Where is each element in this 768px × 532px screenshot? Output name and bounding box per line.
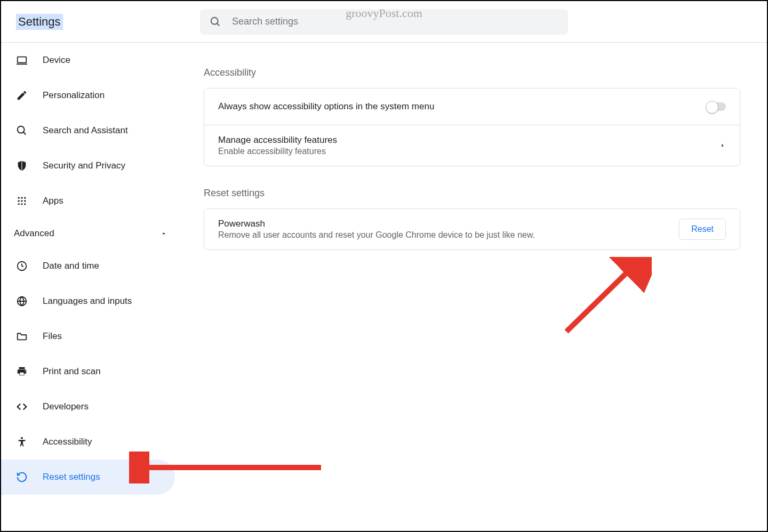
svg-point-12: [18, 203, 20, 205]
sidebar-item-search-assistant[interactable]: Search and Assistant: [1, 113, 182, 148]
row-sublabel: Remove all user accounts and reset your …: [218, 230, 668, 240]
svg-point-9: [18, 200, 20, 201]
sidebar-item-reset-settings[interactable]: Reset settings: [1, 460, 175, 495]
search-icon: [16, 125, 28, 136]
svg-line-1: [217, 23, 220, 26]
section-title-accessibility: Accessibility: [204, 67, 740, 78]
row-label: Always show accessibility options in the…: [218, 101, 707, 112]
row-sublabel: Enable accessibility features: [218, 147, 719, 156]
main-content: Accessibility Always show accessibility …: [182, 43, 767, 531]
sidebar-item-date-time[interactable]: Date and time: [1, 248, 182, 284]
svg-point-8: [24, 197, 26, 199]
header: Settings groovyPost.com: [1, 1, 767, 43]
reset-icon: [16, 471, 28, 483]
sidebar-item-label: Reset settings: [43, 472, 100, 482]
apps-icon: [16, 195, 28, 207]
section-title-reset: Reset settings: [204, 188, 740, 199]
manage-accessibility-row[interactable]: Manage accessibility features Enable acc…: [204, 125, 740, 166]
sidebar-item-device[interactable]: Device: [1, 43, 182, 78]
toggle-switch[interactable]: [707, 102, 726, 111]
svg-point-11: [24, 200, 26, 201]
sidebar-item-label: Device: [43, 55, 70, 66]
svg-point-6: [18, 197, 20, 199]
powerwash-row: Powerwash Remove all user accounts and r…: [204, 209, 740, 249]
sidebar-item-files[interactable]: Files: [1, 319, 182, 354]
sidebar-item-personalization[interactable]: Personalization: [1, 78, 182, 113]
sidebar-item-label: Files: [43, 331, 62, 342]
sidebar-item-label: Security and Privacy: [43, 160, 125, 171]
folder-icon: [16, 331, 28, 342]
sidebar-item-developers[interactable]: Developers: [1, 389, 182, 424]
printer-icon: [16, 366, 28, 377]
sidebar-item-security-privacy[interactable]: Security and Privacy: [1, 148, 182, 183]
svg-point-10: [21, 200, 22, 201]
sidebar-item-label: Accessibility: [43, 437, 92, 447]
code-icon: [16, 401, 28, 413]
search-input[interactable]: [232, 16, 558, 27]
svg-point-17: [21, 437, 23, 439]
reset-card: Powerwash Remove all user accounts and r…: [204, 208, 740, 250]
sidebar-item-languages[interactable]: Languages and inputs: [1, 284, 182, 319]
row-label: Manage accessibility features: [218, 135, 719, 146]
svg-point-13: [21, 203, 22, 205]
reset-button[interactable]: Reset: [679, 219, 726, 240]
sidebar-item-label: Print and scan: [43, 366, 101, 377]
accessibility-card: Always show accessibility options in the…: [204, 88, 740, 166]
svg-point-7: [21, 197, 22, 199]
sidebar-item-apps[interactable]: Apps: [1, 183, 182, 219]
svg-rect-2: [18, 57, 27, 63]
sidebar-item-label: Personalization: [43, 90, 105, 101]
advanced-label: Advanced: [14, 228, 54, 239]
sidebar-item-print-scan[interactable]: Print and scan: [1, 354, 182, 389]
laptop-icon: [16, 54, 28, 66]
search-icon: [210, 16, 221, 28]
search-box[interactable]: [200, 9, 568, 35]
svg-line-5: [23, 132, 26, 135]
page-title: Settings: [16, 14, 63, 30]
shield-icon: [16, 160, 28, 172]
sidebar-item-label: Apps: [43, 196, 63, 206]
sidebar-item-label: Developers: [43, 401, 89, 412]
advanced-toggle[interactable]: Advanced: [1, 219, 182, 248]
svg-point-4: [18, 126, 25, 133]
sidebar-item-accessibility[interactable]: Accessibility: [1, 424, 182, 460]
row-label: Powerwash: [218, 219, 668, 229]
clock-icon: [16, 260, 28, 272]
chevron-right-icon: [719, 142, 726, 149]
chevron-up-icon: [160, 230, 167, 237]
sidebar-item-label: Languages and inputs: [43, 296, 132, 307]
svg-point-14: [24, 203, 26, 205]
globe-icon: [16, 295, 28, 307]
sidebar-item-label: Date and time: [43, 261, 99, 271]
accessibility-icon: [16, 436, 28, 448]
sidebar-item-label: Search and Assistant: [43, 125, 128, 136]
svg-point-0: [211, 17, 218, 24]
sidebar: Device Personalization Search and Assist…: [1, 43, 182, 531]
accessibility-toggle-row[interactable]: Always show accessibility options in the…: [204, 88, 740, 125]
pencil-icon: [16, 90, 28, 101]
